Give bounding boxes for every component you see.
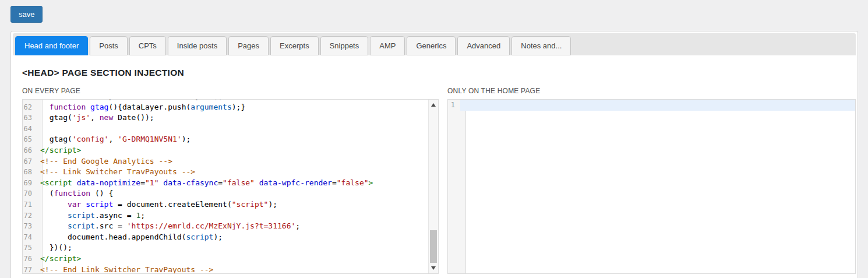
code-line-67[interactable]: 67<!-- End Google Analytics --> [23,156,438,167]
code-text[interactable]: <!-- End Google Analytics --> [37,156,438,167]
code-text[interactable]: <script data-noptimize="1" data-cfasync=… [37,178,438,189]
save-button[interactable]: save [10,6,43,23]
code-line-69[interactable]: 69<script data-noptimize="1" data-cfasyn… [23,178,438,189]
line-number: 71 [23,199,37,210]
tab-notes-and[interactable]: Notes and... [511,36,571,55]
line-number: 72 [23,210,37,221]
token-plain [255,178,259,187]
tab-inside-posts[interactable]: Inside posts [168,36,227,55]
code-editor-home-page[interactable]: 1 [447,99,856,274]
toolbar: save [0,0,868,31]
code-text[interactable] [460,100,855,111]
line-number: 66 [23,145,37,156]
line-number: 65 [23,134,37,145]
code-text[interactable]: gtag('config', 'G-DRMQ1NV5N1'); [37,134,438,145]
token-com: <!-- Link Switcher TravPayouts --> [40,167,195,176]
code-line-73[interactable]: 73 script.src = 'https://emrld.cc/MzExNj… [23,221,438,232]
tab-generics[interactable]: Generics [407,36,456,55]
token-tag: </script> [40,146,81,154]
token-attr: data-cfasync [163,178,218,187]
token-plain: = [332,178,337,187]
page-title: <HEAD> PAGE SECTION INJECTION [22,68,856,78]
code-line-66[interactable]: 66</script> [23,145,438,156]
token-plain: window.dataLayer = window.dataLayer || [… [40,99,241,100]
code-line-63[interactable]: 63 gtag('js', new Date()); [23,112,438,124]
token-attr: data-wpfc-render [259,178,332,187]
line-number: 63 [23,112,37,124]
token-plain [40,221,68,230]
tab-snippets[interactable]: Snippets [320,36,369,55]
code-text[interactable]: <!-- End Link Switcher TravPayouts --> [37,265,438,275]
token-plain: ); [268,200,277,209]
token-str: "script" [232,200,269,209]
token-kw: new [100,113,113,122]
token-plain: ; [140,211,145,220]
token-plain: () { [90,189,113,198]
code-line-70[interactable]: 70 (function () { [23,188,438,199]
code-text[interactable]: gtag('js', new Date()); [37,112,438,124]
token-plain: , [90,113,100,122]
line-number: 69 [23,178,37,189]
code-line-76[interactable]: 76</script> [23,254,438,265]
code-text[interactable]: </script> [37,145,438,156]
token-plain: = [218,178,223,187]
tab-advanced[interactable]: Advanced [457,36,510,55]
code-line-68[interactable]: 68<!-- Link Switcher TravPayouts --> [23,167,438,178]
code-line-65[interactable]: 65 gtag('config', 'G-DRMQ1NV5N1'); [23,134,438,145]
token-kw: var [68,200,81,209]
token-plain: gtag( [40,113,72,122]
code-text[interactable]: script.src = 'https://emrld.cc/MzExNjY.j… [37,221,438,232]
every-page-column: ON EVERY PAGE 61 window.dataLayer = wind… [22,87,439,274]
editor-columns: ON EVERY PAGE 61 window.dataLayer = wind… [22,87,856,274]
code-line-72[interactable]: 72 script.async = 1; [23,210,438,221]
tab-cpts[interactable]: CPTs [129,36,166,55]
code-text[interactable]: </script> [37,254,438,265]
code-text[interactable]: script.async = 1; [37,210,438,221]
code-line-74[interactable]: 74 document.head.appendChild(script); [23,232,438,243]
code-text[interactable] [37,124,438,135]
code-editor-every-page[interactable]: 61 window.dataLayer = window.dataLayer |… [22,99,439,274]
code-line-71[interactable]: 71 var script = document.createElement("… [23,199,438,210]
line-number: 74 [23,232,37,243]
token-plain [40,200,68,209]
scroll-up-icon[interactable] [431,103,436,107]
tab-amp[interactable]: AMP [370,36,405,55]
code-line-77[interactable]: 77<!-- End Link Switcher TravPayouts --> [23,265,438,275]
tab-content: <HEAD> PAGE SECTION INJECTION ON EVERY P… [13,55,856,274]
code-line-62[interactable]: 62 function gtag(){dataLayer.push(argume… [23,102,438,113]
token-plain: ); [182,135,191,143]
token-str: 'config' [72,135,109,143]
tab-posts[interactable]: Posts [90,36,128,55]
token-str: 'https://emrld.cc/MzExNjY.js?t=31166' [127,221,296,230]
token-var2: script [186,233,213,241]
token-plain: gtag( [40,135,72,143]
token-plain: ); [213,233,223,241]
token-plain: ( [40,189,54,198]
code-text[interactable]: (function () { [37,188,438,199]
code-text[interactable]: })(); [37,242,438,254]
token-var2: script [68,221,95,230]
code-line-64[interactable]: 64 [23,124,438,135]
code-text[interactable]: document.head.appendChild(script); [37,232,438,243]
settings-panel: Head and footerPostsCPTsInside postsPage… [10,31,858,278]
line-number: 62 [23,102,37,113]
code-line-75[interactable]: 75 })(); [23,242,438,254]
tab-excerpts[interactable]: Excerpts [270,36,319,55]
token-plain: );} [232,103,245,111]
token-plain [86,103,90,111]
scrollbar-thumb[interactable] [430,230,437,263]
scroll-down-icon[interactable] [431,266,436,270]
line-number: 75 [23,242,37,254]
code-text[interactable]: function gtag(){dataLayer.push(arguments… [37,102,438,113]
vertical-scrollbar[interactable] [428,100,438,273]
code-text[interactable]: var script = document.createElement("scr… [37,199,438,210]
token-def: script [86,200,113,209]
home-page-column: ONLY ON THE HOME PAGE 1 [447,87,856,274]
token-plain: ; [295,221,300,230]
token-str: 'js' [72,113,90,122]
token-str: 'G-DRMQ1NV5N1' [118,135,182,143]
tab-pages[interactable]: Pages [228,36,269,55]
code-line-1[interactable]: 1 [448,100,855,111]
tab-head-and-footer[interactable]: Head and footer [15,36,88,55]
code-text[interactable]: <!-- Link Switcher TravPayouts --> [37,167,438,178]
